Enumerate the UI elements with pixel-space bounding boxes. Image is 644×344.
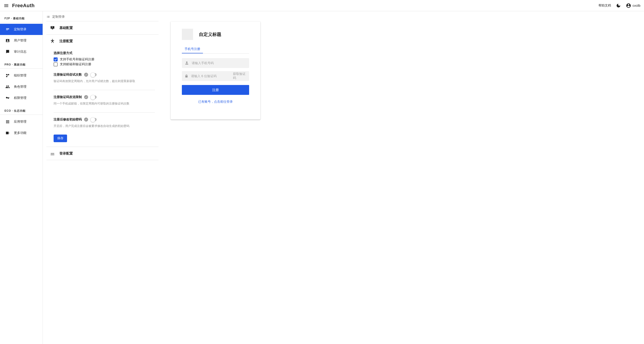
accessibility-icon xyxy=(50,38,55,44)
phone-input-row[interactable] xyxy=(182,58,249,68)
breadcrumb: 定制登录 xyxy=(46,15,640,19)
password-icon xyxy=(50,151,55,156)
person-icon xyxy=(184,61,189,65)
field-send-limit-desc: 同一个手机或邮箱，在限定周期内可获取的注册验证码次数 xyxy=(54,101,155,106)
sidebar-item-custom-login[interactable]: 定制登录 xyxy=(0,24,42,35)
sidebar-item-label: 角色管理 xyxy=(14,85,26,89)
go-to-login-link[interactable]: 已有账号，点击前往登录 xyxy=(182,100,249,104)
checkbox-label: 支持邮箱和验证码注册 xyxy=(60,62,91,66)
field-send-limit-title: 注册验证码发送限制 xyxy=(54,95,82,99)
field-signup-method-title: 选择注册方式 xyxy=(54,51,155,55)
field-attempts-title: 注册验证码尝试次数 xyxy=(54,73,82,77)
sidebar-item-label: 审计日志 xyxy=(14,50,26,54)
phone-input[interactable] xyxy=(192,61,246,65)
verified-icon xyxy=(84,73,88,77)
svg-point-2 xyxy=(52,153,53,154)
apps-icon xyxy=(6,120,10,124)
preview-logo-placeholder xyxy=(182,29,193,40)
section-signup-config[interactable]: 注册配置 xyxy=(46,34,158,48)
org-icon xyxy=(6,73,10,78)
checkbox-email-signup[interactable]: 支持邮箱和验证码注册 xyxy=(54,62,155,66)
sidebar-item-label: 用户管理 xyxy=(14,38,26,42)
divider xyxy=(54,112,155,112)
breadcrumb-title: 定制登录 xyxy=(52,15,65,19)
sidebar-item-more[interactable]: 更多功能 xyxy=(0,127,42,138)
svg-point-1 xyxy=(51,153,52,154)
sidebar-item-label: 应用管理 xyxy=(14,120,26,124)
user-menu[interactable]: cvcilb xyxy=(626,3,640,8)
toggle-send-limit[interactable] xyxy=(90,96,97,99)
field-reset-pwd-desc: 开启后，用户完成注册后会被要求修改自动生成的初始密码 xyxy=(54,124,155,128)
section-login-config[interactable]: 登录配置 xyxy=(46,147,158,160)
sidebar-item-audit[interactable]: 审计日志 xyxy=(0,46,42,58)
checkbox-icon xyxy=(54,58,58,62)
sidebar-item-label: 定制登录 xyxy=(14,27,26,32)
divider xyxy=(54,90,155,90)
tab-phone-signup[interactable]: 手机号注册 xyxy=(182,45,203,53)
sidebar: F2P · 基础功能 定制登录 用户管理 审计日志 PRO · 高级功能 xyxy=(0,11,43,344)
svg-point-0 xyxy=(52,39,53,40)
login-settings-icon xyxy=(6,27,10,32)
log-icon xyxy=(6,50,10,54)
save-button[interactable]: 保存 xyxy=(54,134,67,142)
group-icon xyxy=(6,84,10,89)
avatar-icon xyxy=(626,3,631,8)
verified-icon xyxy=(84,95,88,99)
preview-title: 自定义标题 xyxy=(199,32,221,38)
sidebar-item-perms[interactable]: 权限管理 xyxy=(0,92,42,104)
nav-group-pro: PRO · 高级功能 xyxy=(0,60,42,68)
section-title: 注册配置 xyxy=(60,39,73,43)
sidebar-item-label: 组织管理 xyxy=(14,74,26,78)
signup-preview-card: 自定义标题 手机号注册 xyxy=(171,22,260,120)
list-icon xyxy=(46,15,50,18)
monitor-icon xyxy=(50,25,55,30)
nav-group-f2p: F2P · 基础功能 xyxy=(0,14,42,22)
checkbox-phone-signup[interactable]: 支持手机号和验证码注册 xyxy=(54,58,155,62)
key-icon xyxy=(6,96,10,100)
svg-point-3 xyxy=(53,153,54,154)
field-reset-pwd-title: 注册后修改初始密码 xyxy=(54,118,82,122)
lock-icon xyxy=(184,74,188,78)
dark-mode-toggle[interactable] xyxy=(616,3,621,8)
checkbox-label: 支持手机号和验证码注册 xyxy=(60,58,94,62)
toggle-reset-pwd[interactable] xyxy=(90,118,97,121)
sidebar-item-label: 权限管理 xyxy=(14,96,26,100)
section-title: 登录配置 xyxy=(60,151,73,156)
code-input[interactable] xyxy=(191,74,230,78)
more-icon xyxy=(6,131,10,135)
help-link[interactable]: 帮助文档 xyxy=(598,4,611,8)
get-code-button[interactable]: 获取验证码 xyxy=(233,72,246,80)
sidebar-item-label: 更多功能 xyxy=(14,131,26,135)
menu-icon[interactable] xyxy=(4,3,9,8)
sidebar-item-roles[interactable]: 角色管理 xyxy=(0,81,42,92)
sidebar-item-org[interactable]: 组织管理 xyxy=(0,70,42,81)
register-button[interactable]: 注册 xyxy=(182,85,249,95)
nav-group-eco: ECO · 生态功能 xyxy=(0,106,42,115)
sidebar-item-users[interactable]: 用户管理 xyxy=(0,35,42,46)
toggle-attempts[interactable] xyxy=(90,73,97,76)
code-input-row[interactable]: 获取验证码 xyxy=(182,71,249,81)
user-card-icon xyxy=(6,38,10,43)
username: cvcilb xyxy=(632,4,640,8)
sidebar-item-apps[interactable]: 应用管理 xyxy=(0,116,42,127)
section-title: 基础配置 xyxy=(60,26,73,30)
checkbox-icon xyxy=(54,62,58,66)
verified-icon xyxy=(84,118,88,122)
app-logo: FreeAuth xyxy=(12,3,35,8)
section-basic-config[interactable]: 基础配置 xyxy=(46,21,158,34)
field-attempts-desc: 验证码有效限定周期内，允许用户试错次数，超出则需重新获取 xyxy=(54,79,155,84)
